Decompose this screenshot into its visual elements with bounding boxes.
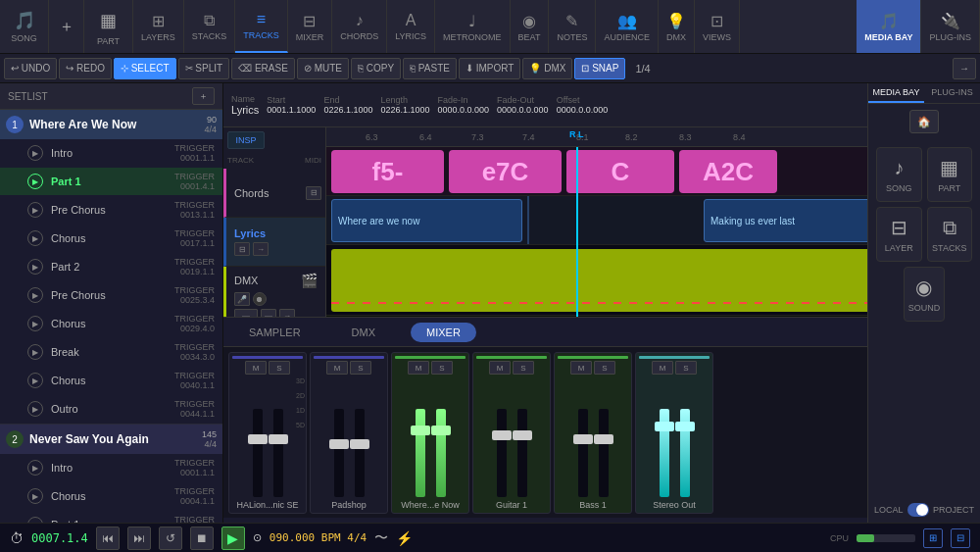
guitar1-m-btn[interactable]: M	[489, 361, 511, 375]
song-1-header[interactable]: 1 Where Are We Now 90 4/4	[0, 110, 222, 139]
bass1-fader2[interactable]	[594, 434, 613, 444]
padshop-fader[interactable]	[329, 439, 349, 449]
tab-audience[interactable]: 👥 AUDIENCE	[596, 0, 659, 53]
part-outro[interactable]: ▶ Outro TRIGGER0044.1.1	[0, 395, 222, 424]
part-part1[interactable]: ▶ Part 1 TRIGGER0001.4.1	[0, 168, 222, 196]
dmx-arrow-btn[interactable]: →	[279, 309, 295, 317]
paste-btn[interactable]: ⎗ PASTE	[403, 58, 457, 79]
rp-part-item[interactable]: ▦ PART	[927, 147, 973, 202]
halion-m-btn[interactable]: M	[245, 361, 267, 375]
tab-views[interactable]: ⊡ VIEWS	[695, 0, 740, 53]
where-fader2[interactable]	[431, 426, 451, 435]
select-btn[interactable]: ⊹ SELECT	[114, 58, 176, 79]
media-bay-rp-tab[interactable]: MEDIA BAY	[868, 83, 924, 103]
part-chorus-3[interactable]: ▶ Chorus TRIGGER0040.1.1	[0, 367, 222, 395]
tab-dmx[interactable]: 💡 DMX	[659, 0, 695, 53]
tab-notes[interactable]: ✎ NOTES	[549, 0, 596, 53]
dmx-mic-btn[interactable]: 🎤	[234, 292, 250, 306]
where-fader[interactable]	[411, 426, 430, 435]
padshop-fader2[interactable]	[350, 439, 369, 449]
stereo-fader2[interactable]	[675, 422, 695, 431]
part-intro-1[interactable]: ▶ Intro TRIGGER0001.1.1	[0, 139, 222, 168]
song-btn[interactable]: 🎵	[14, 10, 35, 31]
tab-stacks[interactable]: ⧉ STACKS	[184, 0, 235, 53]
chords-track-icon[interactable]: ⊟	[306, 186, 321, 200]
padshop-s-btn[interactable]: S	[350, 361, 371, 375]
transport-prev-btn[interactable]: ⏮	[96, 527, 120, 550]
part-part1-s2[interactable]: ▶ Part 1 TRIGGER0008.1.1	[0, 511, 222, 523]
sampler-tab[interactable]: SAMPLER	[233, 323, 317, 342]
tab-layers[interactable]: ⊞ LAYERS	[133, 0, 184, 53]
dmx-block-btn[interactable]: ▬	[234, 309, 258, 317]
rp-song-item[interactable]: ♪ SONG	[876, 147, 922, 202]
part-chorus-1[interactable]: ▶ Chorus TRIGGER0017.1.1	[0, 225, 222, 253]
dmx-tab[interactable]: DMX	[336, 323, 391, 342]
dmx-rec-btn[interactable]: ⏺	[253, 292, 267, 306]
lyrics-ctrl-2[interactable]: →	[253, 242, 269, 256]
dmx-block[interactable]	[331, 249, 867, 312]
halion-fader[interactable]	[248, 434, 268, 444]
tab-mixer[interactable]: ⊟ MIXER	[288, 0, 333, 53]
transport-next-btn[interactable]: ⏭	[127, 527, 151, 550]
dmx-btn[interactable]: 💡 DMX	[522, 58, 572, 79]
undo-btn[interactable]: ↩ UNDO	[4, 58, 57, 79]
import-btn[interactable]: ⬇ IMPORT	[459, 58, 520, 79]
part-intro-2[interactable]: ▶ Intro TRIGGER0001.1.1	[0, 454, 222, 482]
rp-sound-item[interactable]: ◉ SOUND	[904, 267, 946, 322]
halion-s-btn[interactable]: S	[269, 361, 290, 375]
split-btn[interactable]: ✂ SPLIT	[178, 58, 230, 79]
part-prechorus-1[interactable]: ▶ Pre Chorus TRIGGER0013.1.1	[0, 196, 222, 225]
rp-home-btn[interactable]: 🏠	[909, 110, 939, 133]
chord-block-1[interactable]: f5-	[331, 150, 444, 193]
copy-btn[interactable]: ⎘ COPY	[351, 58, 401, 79]
part-break[interactable]: ▶ Break TRIGGER0034.3.0	[0, 338, 222, 367]
guitar1-fader[interactable]	[492, 430, 512, 440]
tab-tracks[interactable]: ≡ TRACKS	[235, 0, 288, 53]
add-setlist-btn[interactable]: ＋	[192, 87, 215, 105]
tab-beat[interactable]: ◉ BEAT	[511, 0, 550, 53]
tab-lyrics[interactable]: A LYRICS	[387, 0, 435, 53]
erase-btn[interactable]: ⌫ ERASE	[231, 58, 295, 79]
transport-play-btn[interactable]: ▶	[221, 527, 245, 550]
chord-block-2[interactable]: e7C	[449, 150, 562, 193]
guitar1-fader2[interactable]	[513, 430, 532, 440]
rp-stacks-item[interactable]: ⧉ STACKS	[927, 207, 973, 262]
part-chorus-s2[interactable]: ▶ Chorus TRIGGER0004.1.1	[0, 482, 222, 511]
lyrics-block-1[interactable]: Where are we now	[331, 199, 522, 242]
lyrics-ctrl-1[interactable]: ⊟	[234, 242, 250, 256]
bass1-s-btn[interactable]: S	[594, 361, 615, 375]
stereo-s-btn[interactable]: S	[675, 361, 697, 375]
halion-fader2[interactable]	[269, 434, 288, 444]
transport-stop-btn[interactable]: ⏹	[190, 527, 214, 550]
where-m-btn[interactable]: M	[408, 361, 429, 375]
rp-layer-item[interactable]: ⊟ LAYER	[876, 207, 922, 262]
transport-loop-btn[interactable]: ↺	[159, 527, 182, 550]
chord-block-4[interactable]: A2C	[679, 150, 777, 193]
dmx-block2-btn[interactable]: ▬	[261, 309, 276, 317]
part-chorus-2[interactable]: ▶ Chorus TRIGGER0029.4.0	[0, 310, 222, 338]
redo-btn[interactable]: ↪ REDO	[59, 58, 112, 79]
corner-btn-2[interactable]: ⊟	[951, 528, 970, 548]
plug-ins-tab[interactable]: 🔌 PLUG-INS	[921, 0, 980, 53]
plug-ins-rp-tab[interactable]: PLUG-INS	[924, 83, 980, 103]
add-song-btn[interactable]: ＋	[53, 13, 80, 40]
bass1-m-btn[interactable]: M	[570, 361, 592, 375]
tab-metronome[interactable]: ♩ METRONOME	[435, 0, 511, 53]
where-s-btn[interactable]: S	[431, 361, 453, 375]
bass1-fader[interactable]	[573, 434, 593, 444]
tab-chords[interactable]: ♪ CHORDS	[332, 0, 387, 53]
padshop-m-btn[interactable]: M	[326, 361, 348, 375]
mute-btn[interactable]: ⊘ MUTE	[297, 58, 349, 79]
arrow-right-btn[interactable]: →	[953, 58, 976, 79]
guitar1-s-btn[interactable]: S	[513, 361, 534, 375]
media-bay-tab[interactable]: 🎵 MEDIA BAY	[857, 0, 921, 53]
song-2-header[interactable]: 2 Never Saw You Again 145 4/4	[0, 425, 222, 454]
local-project-toggle[interactable]	[907, 503, 929, 517]
mixer-tab[interactable]: MIXER	[411, 323, 476, 342]
stereo-fader[interactable]	[655, 422, 674, 431]
lyrics-block-2[interactable]: Making us ever last	[704, 199, 867, 242]
part-prechorus-2[interactable]: ▶ Pre Chorus TRIGGER0025.3.4	[0, 281, 222, 310]
stereo-m-btn[interactable]: M	[652, 361, 673, 375]
snap-btn[interactable]: ⊡ SNAP	[574, 58, 625, 79]
corner-btn-1[interactable]: ⊞	[923, 528, 943, 548]
